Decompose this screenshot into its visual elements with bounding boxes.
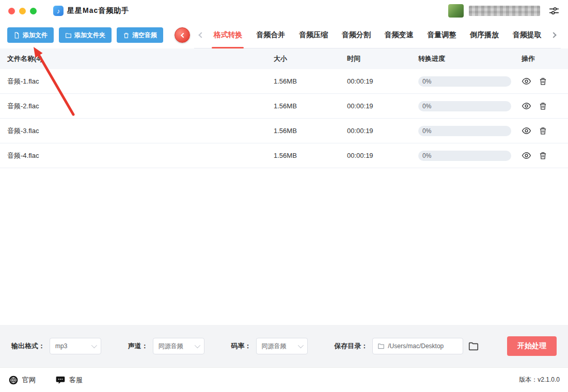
table-header: 文件名称(4) 大小 时间 转换进度 操作 [0, 48, 568, 69]
channel-group: 声道： 同源音频 [128, 338, 204, 354]
tab-bar: 格式转换音频合并音频压缩音频分割音频变速音量调整倒序播放音频提取 [194, 22, 561, 48]
chevron-down-icon [91, 342, 97, 348]
chevron-right-icon [550, 32, 556, 38]
bitrate-select[interactable]: 同源音频 [256, 338, 308, 354]
preview-eye-icon[interactable] [522, 151, 531, 160]
add-file-button[interactable]: 添加文件 [7, 27, 54, 43]
table-body: 音频-1.flac1.56MB00:00:190%音频-2.flac1.56MB… [0, 69, 568, 168]
progress-bar: 0% [418, 76, 511, 87]
file-duration: 00:00:19 [347, 152, 418, 159]
file-name: 音频-1.flac [7, 77, 274, 86]
progress-bar: 0% [418, 151, 511, 161]
col-time: 时间 [347, 54, 418, 63]
browse-folder-icon[interactable] [468, 340, 480, 352]
app-title: 星星Mac音频助手 [67, 6, 129, 15]
collapse-red-circle-button[interactable] [175, 27, 190, 43]
file-name: 音频-2.flac [7, 102, 274, 111]
output-format-group: 输出格式： mp3 [11, 338, 101, 354]
footer: 官网 客服 版本：v2.1.0.0 [0, 367, 568, 392]
chat-icon [55, 375, 66, 385]
save-dir-label: 保存目录： [334, 341, 368, 351]
support-label: 客服 [69, 375, 83, 385]
tab-8[interactable]: 音频提取 [513, 22, 542, 48]
progress-text: 0% [422, 78, 431, 85]
settings-sliders-icon[interactable] [548, 5, 560, 17]
start-process-button[interactable]: 开始处理 [507, 336, 557, 356]
version-text: 版本：v2.1.0.0 [519, 375, 560, 384]
file-name: 音频-4.flac [7, 151, 274, 160]
preview-eye-icon[interactable] [522, 126, 531, 136]
file-icon [13, 32, 20, 39]
music-note-icon: ♪ [53, 6, 64, 16]
progress-text: 0% [422, 152, 431, 159]
chevron-down-icon [195, 342, 200, 348]
output-format-value: mp3 [55, 342, 67, 350]
save-dir-input[interactable] [388, 342, 458, 350]
zoom-button[interactable] [30, 8, 37, 14]
tab-3[interactable]: 音频压缩 [299, 22, 328, 48]
bitrate-value: 同源音频 [262, 342, 287, 351]
file-size: 1.56MB [274, 77, 347, 85]
tab-7[interactable]: 倒序播放 [470, 22, 499, 48]
output-settings-bar: 输出格式： mp3 声道： 同源音频 码率： 同源音频 保存目录： [0, 325, 568, 367]
table-row: 音频-2.flac1.56MB00:00:190% [0, 94, 568, 119]
delete-trash-icon[interactable] [539, 101, 548, 111]
chevron-left-icon [198, 32, 204, 38]
close-button[interactable] [8, 8, 15, 14]
table-row: 音频-1.flac1.56MB00:00:190% [0, 69, 568, 94]
tab-5[interactable]: 音频变速 [384, 22, 413, 48]
bitrate-label: 码率： [231, 341, 251, 351]
progress-bar: 0% [418, 126, 511, 136]
progress-text: 0% [422, 127, 431, 135]
table-row: 音频-4.flac1.56MB00:00:190% [0, 143, 568, 168]
tab-list: 格式转换音频合并音频压缩音频分割音频变速音量调整倒序播放音频提取 [207, 22, 548, 48]
app-window: ♪ 星星Mac音频助手 添加文件 添加文件夹 [0, 0, 568, 168]
channel-select[interactable]: 同源音频 [153, 338, 204, 354]
user-avatar[interactable] [448, 4, 464, 18]
add-folder-label: 添加文件夹 [74, 31, 105, 40]
output-format-select[interactable]: mp3 [50, 338, 101, 354]
delete-trash-icon[interactable] [539, 76, 548, 86]
progress-bar: 0% [418, 101, 511, 111]
globe-icon [8, 375, 19, 385]
chevron-left-icon [180, 32, 185, 38]
trash-icon [123, 32, 130, 39]
official-site-link[interactable]: 官网 [8, 375, 36, 385]
save-dir-group: 保存目录： [334, 338, 480, 354]
output-format-label: 输出格式： [11, 341, 45, 351]
file-size: 1.56MB [274, 127, 347, 135]
titlebar-right [448, 4, 560, 18]
add-folder-button[interactable]: 添加文件夹 [59, 27, 112, 43]
preview-eye-icon[interactable] [522, 101, 531, 111]
clear-audio-label: 清空音频 [132, 31, 157, 40]
tab-2[interactable]: 音频合并 [256, 22, 285, 48]
channel-label: 声道： [128, 341, 148, 351]
folder-icon [377, 342, 385, 350]
tabs-scroll-left-button[interactable] [196, 30, 207, 40]
official-site-label: 官网 [22, 375, 36, 385]
table-row: 音频-3.flac1.56MB00:00:190% [0, 119, 568, 143]
chevron-down-icon [297, 342, 303, 348]
file-duration: 00:00:19 [347, 127, 418, 135]
delete-trash-icon[interactable] [539, 126, 548, 136]
toolbar: 添加文件 添加文件夹 清空音频 格式转换音频合并音频压缩音频分割音频变速音量调整… [0, 22, 568, 48]
tab-6[interactable]: 音量调整 [427, 22, 456, 48]
bitrate-group: 码率： 同源音频 [231, 338, 308, 354]
save-dir-field [372, 338, 463, 354]
delete-trash-icon[interactable] [539, 151, 548, 160]
traffic-lights [8, 8, 37, 14]
preview-eye-icon[interactable] [522, 76, 531, 86]
tab-4[interactable]: 音频分割 [342, 22, 371, 48]
tabs-scroll-right-button[interactable] [548, 30, 559, 40]
support-link[interactable]: 客服 [55, 375, 83, 385]
channel-value: 同源音频 [159, 342, 183, 351]
minimize-button[interactable] [19, 8, 26, 14]
file-duration: 00:00:19 [347, 102, 418, 110]
user-name-redacted [469, 6, 540, 16]
col-size: 大小 [274, 54, 347, 63]
col-progress: 转换进度 [418, 54, 522, 63]
tab-1[interactable]: 格式转换 [213, 22, 242, 48]
clear-audio-button[interactable]: 清空音频 [117, 27, 163, 43]
titlebar: ♪ 星星Mac音频助手 [0, 0, 568, 22]
app-identity: ♪ 星星Mac音频助手 [53, 6, 129, 16]
